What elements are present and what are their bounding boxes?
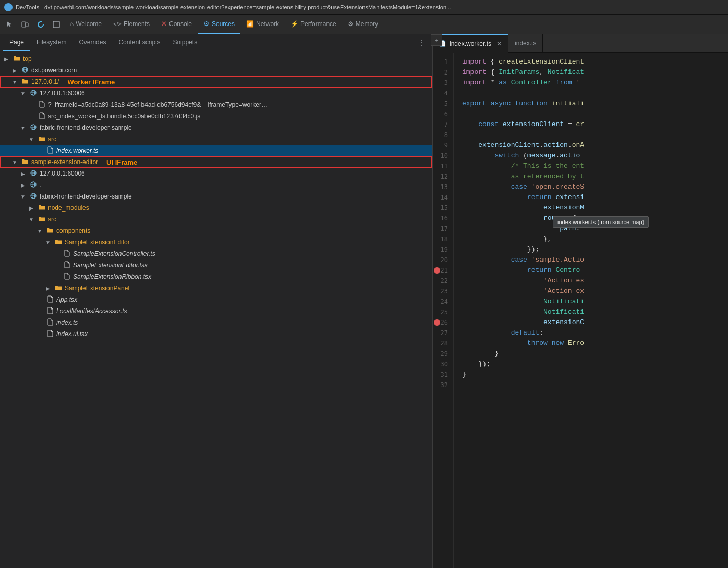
line-number-21[interactable]: 21 — [433, 265, 453, 276]
tree-item-index_ui_tsx[interactable]: index.ui.tsx — [0, 328, 432, 340]
tree-item-dot[interactable]: ▶ . — [0, 179, 432, 191]
tree-icon-file — [46, 146, 54, 155]
tree-arrow: ▶ — [2, 56, 10, 62]
sources-tabs: Page Filesystem Overrides Content script… — [0, 34, 432, 51]
line-number-29[interactable]: 29 — [433, 349, 453, 359]
tree-item-LocalManifestAccessor[interactable]: LocalManifestAccessor.ts — [0, 305, 432, 317]
tree-label: top — [23, 55, 32, 63]
line-number-27[interactable]: 27 — [433, 328, 453, 338]
line-number-17[interactable]: 17 — [433, 224, 453, 234]
tree-item-127_port[interactable]: ▼ 127.0.0.1:60006 — [0, 88, 432, 99]
tree-arrow: ▼ — [10, 159, 19, 165]
inspect-element-btn[interactable] — [2, 17, 17, 32]
line-number-20[interactable]: 20 — [433, 255, 453, 265]
tree-item-SampleExtensionController[interactable]: SampleExtensionController.ts — [0, 248, 432, 260]
elements-icon: </> — [113, 21, 122, 27]
tree-item-App_tsx[interactable]: App.tsx — [0, 294, 432, 305]
tab-welcome-label: Welcome — [76, 20, 102, 28]
tab-console[interactable]: ✕ Console — [156, 15, 197, 34]
square-btn[interactable] — [49, 17, 64, 32]
tab-memory[interactable]: ⚙ Memory — [343, 15, 383, 34]
tree-item-dxt[interactable]: ▶ dxt.powerbi.com — [0, 65, 432, 76]
tree-item-SampleExtensionPanel[interactable]: ▶ SampleExtensionPanel — [0, 282, 432, 294]
line-number-18[interactable]: 18 — [433, 234, 453, 244]
line-number-32[interactable]: 32 — [433, 380, 453, 390]
line-number-12[interactable]: 12 — [433, 171, 453, 182]
line-number-15[interactable]: 15 — [433, 203, 453, 213]
tree-item-src2[interactable]: ▼ src — [0, 214, 432, 225]
line-number-22[interactable]: 22 — [433, 276, 453, 286]
tab-filesystem[interactable]: Filesystem — [30, 34, 72, 51]
line-number-1[interactable]: 1 — [433, 57, 453, 67]
tree-label: SampleExtensionEditor — [65, 239, 130, 246]
tree-icon-file — [38, 112, 46, 121]
editor-tab-close[interactable]: ✕ — [496, 40, 502, 47]
line-number-31[interactable]: 31 — [433, 369, 453, 380]
tree-item-index_worker[interactable]: index.worker.ts — [0, 145, 432, 156]
tree-item-SampleExtensionEditor_tsx[interactable]: SampleExtensionEditor.tsx — [0, 260, 432, 271]
line-number-25[interactable]: 25 — [433, 307, 453, 317]
tree-item-index_ts[interactable]: index.ts — [0, 317, 432, 328]
tree-item-node_modules[interactable]: ▶ node_modules — [0, 202, 432, 214]
line-number-13[interactable]: 13 — [433, 182, 453, 192]
tab-sources-label: Sources — [212, 20, 235, 28]
tab-elements[interactable]: </> Elements — [108, 15, 155, 34]
tab-content-scripts[interactable]: Content scripts — [112, 34, 166, 51]
expand-panel-btn[interactable]: + — [431, 34, 442, 46]
tab-sources[interactable]: ⚙ Sources — [198, 15, 240, 34]
line-number-24[interactable]: 24 — [433, 297, 453, 307]
line-number-10[interactable]: 10 — [433, 151, 453, 161]
tab-performance[interactable]: ⚡ Performance — [285, 15, 342, 34]
tree-icon-dir — [46, 227, 54, 235]
tree-icon-file — [63, 261, 71, 270]
line-number-4[interactable]: 4 — [433, 88, 453, 98]
line-number-8[interactable]: 8 — [433, 130, 453, 140]
tree-item-SampleExtensionRibbon[interactable]: SampleExtensionRibbon.tsx — [0, 271, 432, 282]
line-number-5[interactable]: 5 — [433, 98, 453, 109]
line-number-19[interactable]: 19 — [433, 244, 453, 255]
sources-tab-more[interactable]: ⋮ — [414, 39, 429, 47]
tree-item-SampleExtensionEditor[interactable]: ▼ SampleExtensionEditor — [0, 237, 432, 248]
line-number-28[interactable]: 28 — [433, 338, 453, 349]
tab-page[interactable]: Page — [3, 34, 30, 51]
tab-network[interactable]: 📶 Network — [241, 15, 284, 34]
line-number-14[interactable]: 14 — [433, 192, 453, 203]
editor-tab-index-worker[interactable]: 📄 index.worker.ts ✕ — [433, 34, 508, 53]
tree-item-src1[interactable]: ▼ src — [0, 133, 432, 145]
line-number-9[interactable]: 9 — [433, 140, 453, 151]
tree-label: LocalManifestAccessor.ts — [56, 307, 127, 315]
device-toolbar-btn[interactable] — [18, 17, 32, 32]
line-number-3[interactable]: 3 — [433, 78, 453, 88]
tree-item-127_root[interactable]: ▼ 127.0.0.1/ Worker IFrame — [0, 76, 432, 88]
line-number-30[interactable]: 30 — [433, 359, 453, 369]
line-number-23[interactable]: 23 — [433, 286, 453, 297]
code-line-26: extensionC — [462, 317, 728, 328]
tree-item-top[interactable]: ▶ top — [0, 53, 432, 65]
code-lines[interactable]: import { createExtensionClientimport { I… — [454, 53, 728, 568]
line-number-2[interactable]: 2 — [433, 67, 453, 78]
svg-marker-2 — [41, 20, 43, 22]
tree-item-components[interactable]: ▼ components — [0, 225, 432, 237]
tab-welcome[interactable]: ⌂ Welcome — [65, 15, 107, 34]
line-number-16[interactable]: 16 — [433, 213, 453, 224]
tree-item-127_port2[interactable]: ▶ 127.0.0.1:60006 — [0, 168, 432, 179]
tree-arrow: ▼ — [44, 240, 52, 245]
tree-item-fabric2[interactable]: ▼ fabric-frontend-developer-sample — [0, 191, 432, 202]
tab-overrides[interactable]: Overrides — [72, 34, 112, 51]
line-number-26[interactable]: 26 — [433, 317, 453, 328]
line-number-11[interactable]: 11 — [433, 161, 453, 171]
editor-tab-index-ts[interactable]: index.ts — [508, 34, 543, 53]
tab-snippets[interactable]: Snippets — [166, 34, 203, 51]
line-number-7[interactable]: 7 — [433, 119, 453, 130]
tree-item-iframe_file[interactable]: ?_iframeId=a5dc0a89-13a8-45ef-b4ad-db675… — [0, 99, 432, 110]
tree-label: SampleExtensionRibbon.tsx — [73, 273, 151, 280]
tree-item-bundle_file[interactable]: src_index_worker_ts.bundle.5cc0abe0cfb12… — [0, 110, 432, 122]
tree-item-sample_ext_editor[interactable]: ▼ sample-extension-editor UI IFrame — [0, 156, 432, 168]
code-line-12: as referenced by t — [462, 171, 728, 182]
line-number-6[interactable]: 6 — [433, 109, 453, 119]
tree-item-fabric[interactable]: ▼ fabric-frontend-developer-sample — [0, 122, 432, 133]
tree-icon-domain — [29, 89, 38, 98]
refresh-btn[interactable] — [33, 17, 48, 32]
svg-rect-0 — [22, 22, 26, 27]
code-line-10: switch (message.actio — [462, 151, 728, 161]
